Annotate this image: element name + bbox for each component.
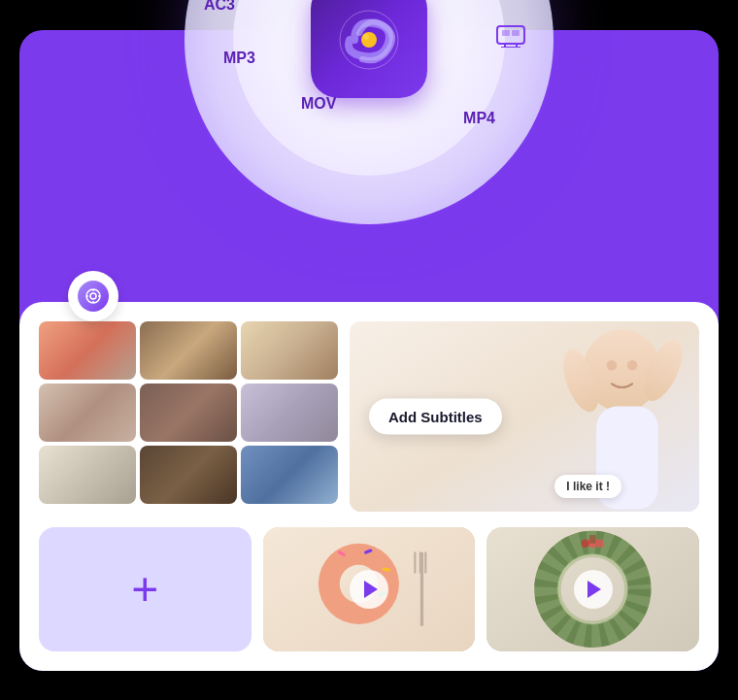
- photo-thumb-6[interactable]: [241, 383, 338, 442]
- svg-point-20: [607, 359, 618, 370]
- circle-area: AAC MKV AC3 MP3 MP4 MOV: [184, 0, 554, 224]
- svg-rect-40: [589, 535, 596, 544]
- play-button-donut[interactable]: [350, 570, 388, 609]
- svg-rect-0: [497, 26, 524, 44]
- format-mp4: MP4: [463, 110, 495, 127]
- photo-thumb-5[interactable]: [140, 383, 237, 442]
- circle-play-button[interactable]: [68, 271, 118, 321]
- play-triangle-icon: [364, 581, 378, 598]
- svg-rect-4: [502, 30, 510, 36]
- svg-point-38: [596, 539, 605, 548]
- svg-point-10: [90, 293, 96, 299]
- video-preview: Add Subtitles I like it !: [350, 321, 699, 512]
- add-plus-icon: +: [131, 566, 158, 613]
- photo-thumb-1[interactable]: [39, 321, 136, 380]
- svg-point-9: [86, 289, 100, 303]
- photo-grid: [39, 321, 338, 512]
- photo-thumb-2[interactable]: [140, 321, 237, 380]
- photo-thumb-3[interactable]: [241, 321, 338, 380]
- video-card-donut[interactable]: [263, 527, 476, 651]
- play-triangle-icon-2: [587, 581, 601, 598]
- tv-icon: [495, 20, 526, 53]
- photo-thumb-9[interactable]: [241, 446, 338, 504]
- svg-point-7: [361, 32, 377, 48]
- svg-point-39: [582, 539, 590, 548]
- video-card-wreath[interactable]: [486, 527, 699, 651]
- add-media-button[interactable]: +: [39, 527, 252, 651]
- photo-thumb-4[interactable]: [39, 383, 136, 442]
- format-ac3: AC3: [204, 0, 235, 14]
- circle-play-inner: [78, 281, 109, 312]
- photo-thumb-8[interactable]: [140, 446, 237, 504]
- svg-point-8: [363, 34, 369, 40]
- svg-point-21: [627, 359, 638, 370]
- add-subtitles-button[interactable]: Add Subtitles: [369, 398, 502, 434]
- photo-thumb-7[interactable]: [39, 446, 136, 504]
- subtitle-badge: I like it !: [554, 475, 621, 498]
- app-icon: [311, 0, 427, 98]
- play-button-wreath[interactable]: [574, 570, 613, 609]
- content-area: Add Subtitles I like it ! +: [19, 302, 719, 671]
- app-icon-inner: [335, 6, 403, 74]
- svg-rect-5: [512, 30, 520, 36]
- format-mov: MOV: [301, 95, 336, 113]
- main-container: AAC MKV AC3 MP3 MP4 MOV: [19, 30, 719, 671]
- format-mp3: MP3: [223, 50, 255, 67]
- bottom-row: +: [39, 527, 699, 651]
- middle-row: Add Subtitles I like it !: [39, 321, 699, 512]
